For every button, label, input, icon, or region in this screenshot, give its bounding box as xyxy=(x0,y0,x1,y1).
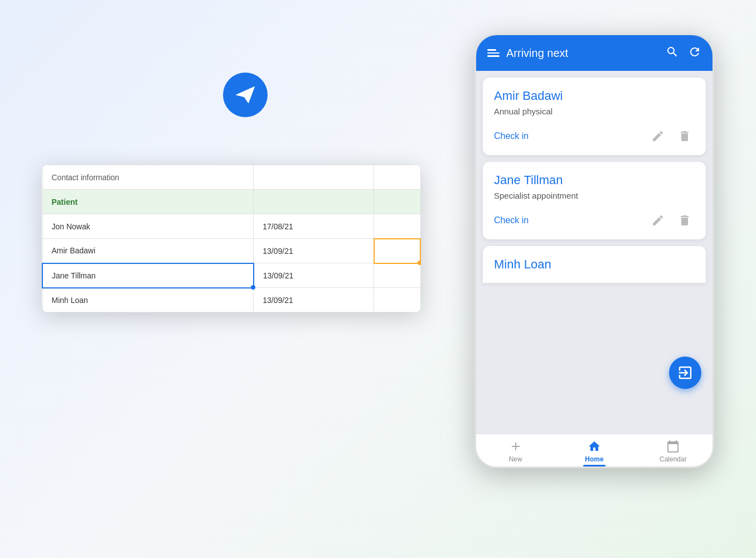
delete-icon-amir[interactable] xyxy=(675,126,695,146)
phone-mockup: Arriving next Amir Badawi Annual physica… xyxy=(474,33,714,468)
header-col1: Contact information xyxy=(42,165,254,190)
bottom-nav: New Home Calendar xyxy=(476,434,713,466)
fab-checkin-button[interactable] xyxy=(669,357,701,389)
patient-appointment-amir: Annual physical xyxy=(494,107,695,116)
date-cell[interactable]: 13/09/21 xyxy=(254,263,374,288)
patient-name-cell[interactable]: Amir Badawi xyxy=(42,239,254,263)
spreadsheet-section: Patient xyxy=(42,190,420,214)
edit-icon-amir[interactable] xyxy=(648,126,668,146)
phone-header: Arriving next xyxy=(476,35,713,71)
header-col2 xyxy=(254,165,374,190)
patient-name-jane: Jane Tillman xyxy=(494,173,695,187)
spreadsheet-header: Contact information xyxy=(42,165,420,190)
check-in-link-amir[interactable]: Check in xyxy=(494,131,641,141)
table-row[interactable]: Amir Badawi 13/09/21 xyxy=(42,239,420,263)
delete-icon-jane[interactable] xyxy=(675,210,695,230)
patient-name-amir: Amir Badawi xyxy=(494,89,695,103)
header-col3 xyxy=(374,165,420,190)
date-cell[interactable]: 17/08/21 xyxy=(254,214,374,239)
nav-item-new[interactable]: New xyxy=(476,434,555,466)
check-in-link-jane[interactable]: Check in xyxy=(494,215,641,225)
date-cell[interactable]: 13/09/21 xyxy=(254,288,374,312)
extra-cell[interactable] xyxy=(374,288,420,312)
section-label: Patient xyxy=(42,190,254,214)
patient-name-cell[interactable]: Minh Loan xyxy=(42,288,254,312)
spreadsheet-card: Contact information Patient Jon Nowak 17… xyxy=(42,165,421,312)
selected-cell-yellow[interactable] xyxy=(374,239,420,263)
edit-icon-jane[interactable] xyxy=(648,210,668,230)
menu-icon[interactable] xyxy=(487,49,500,57)
patient-card-minh-partial: Minh Loan xyxy=(483,246,706,283)
table-row[interactable]: Minh Loan 13/09/21 xyxy=(42,288,420,312)
table-row[interactable]: Jane Tillman 13/09/21 xyxy=(42,263,420,288)
search-icon[interactable] xyxy=(666,45,679,61)
nav-label-new: New xyxy=(509,455,522,463)
patient-name-cell[interactable]: Jon Nowak xyxy=(42,214,254,239)
refresh-icon[interactable] xyxy=(688,45,701,61)
patient-name-minh: Minh Loan xyxy=(494,257,695,272)
nav-item-home[interactable]: Home xyxy=(555,434,633,466)
extra-cell[interactable] xyxy=(374,214,420,239)
patient-card-jane: Jane Tillman Specialist appointment Chec… xyxy=(483,162,706,239)
patient-name-cell-selected[interactable]: Jane Tillman xyxy=(42,263,254,288)
nav-item-calendar[interactable]: Calendar xyxy=(634,434,713,466)
nav-label-calendar: Calendar xyxy=(660,455,687,463)
app-logo xyxy=(223,73,268,117)
patient-appointment-jane: Specialist appointment xyxy=(494,191,695,200)
nav-active-indicator xyxy=(583,465,605,466)
extra-cell[interactable] xyxy=(374,263,420,288)
patient-card-amir: Amir Badawi Annual physical Check in xyxy=(483,78,706,155)
phone-body: Amir Badawi Annual physical Check in Jan… xyxy=(476,71,713,434)
date-cell[interactable]: 13/09/21 xyxy=(254,239,374,263)
table-row[interactable]: Jon Nowak 17/08/21 xyxy=(42,214,420,239)
phone-title: Arriving next xyxy=(506,47,659,60)
nav-label-home: Home xyxy=(585,455,603,463)
